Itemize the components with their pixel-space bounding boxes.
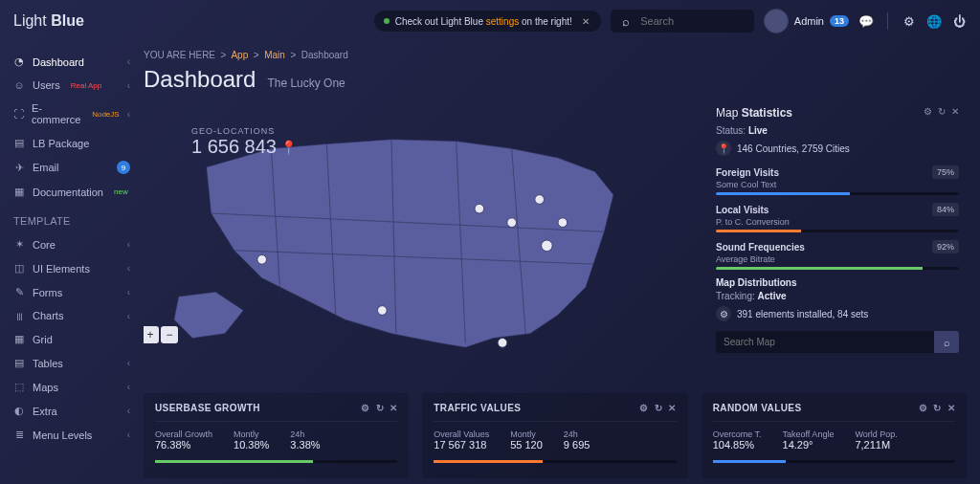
- sidebar-item-menu-levels[interactable]: ≣ Menu Levels ‹: [0, 423, 144, 447]
- sidebar-item-tables[interactable]: ▤ Tables ‹: [0, 351, 144, 375]
- locations-count: 146 Countries, 2759 Cities: [737, 143, 850, 154]
- nav-tag: Real App: [71, 81, 101, 90]
- sidebar-item-label: Menu Levels: [33, 429, 92, 441]
- nav-icon: ▤: [13, 357, 25, 369]
- close-icon[interactable]: ✕: [947, 403, 955, 413]
- nav-tag: NodeJS: [92, 110, 119, 119]
- sidebar-item-core[interactable]: ✶ Core ‹: [0, 232, 144, 256]
- stat-value: 3.38%: [290, 439, 320, 451]
- sidebar-section-template: TEMPLATE: [0, 204, 144, 232]
- refresh-icon[interactable]: ↻: [933, 403, 941, 413]
- svg-point-11: [535, 195, 545, 205]
- stat-value: 14.29°: [783, 439, 835, 451]
- sidebar-item-extra[interactable]: ◐ Extra ‹: [0, 399, 144, 423]
- sidebar-item-e-commerce[interactable]: ⛶ E-commerce NodeJS ‹: [0, 97, 144, 131]
- gear-icon[interactable]: ⚙: [361, 403, 369, 413]
- gear-icon[interactable]: ⚙: [924, 106, 932, 117]
- refresh-icon[interactable]: ↻: [938, 106, 946, 117]
- nav-icon: ◫: [13, 262, 25, 275]
- chevron-left-icon: ‹: [127, 109, 130, 120]
- zoom-out-button[interactable]: −: [161, 326, 178, 343]
- sidebar-item-label: Grid: [33, 334, 53, 345]
- promo-banner: Check out Light Blue settings on the rig…: [374, 11, 601, 32]
- nav-badge: 9: [117, 161, 130, 174]
- svg-point-9: [475, 204, 484, 213]
- gear-icon[interactable]: ⚙: [639, 403, 648, 413]
- nav-icon: ▤: [13, 137, 25, 149]
- notifications-badge: 13: [830, 15, 849, 27]
- svg-point-12: [558, 218, 568, 228]
- sidebar-item-charts[interactable]: ⫼ Charts ‹: [0, 304, 144, 327]
- sidebar-item-documentation[interactable]: ▦ Documentation new: [0, 180, 144, 204]
- sidebar-item-email[interactable]: ✈ Email 9: [0, 155, 144, 180]
- sidebar-item-label: E-commerce: [32, 102, 81, 125]
- zoom-in-button[interactable]: +: [144, 326, 159, 343]
- sidebar-item-lb-package[interactable]: ▤ LB Package: [0, 131, 144, 155]
- status-dot-icon: [384, 18, 390, 24]
- power-icon[interactable]: ⏻: [951, 13, 967, 29]
- stat-label: World Pop.: [855, 429, 897, 439]
- nav-icon: ≣: [13, 429, 25, 441]
- sidebar-item-dashboard[interactable]: ◔ Dashboard ‹: [0, 50, 144, 74]
- refresh-icon[interactable]: ↻: [376, 403, 384, 413]
- sidebar-item-label: LB Package: [33, 138, 89, 149]
- stat-value: 9 695: [564, 439, 590, 451]
- chevron-left-icon: ‹: [127, 311, 130, 321]
- svg-point-10: [507, 218, 517, 228]
- user-menu[interactable]: Admin 13: [764, 9, 849, 33]
- gear-icon[interactable]: ⚙: [919, 403, 927, 413]
- globe-icon[interactable]: 🌐: [926, 13, 942, 29]
- chevron-left-icon: ‹: [127, 429, 130, 440]
- search-input[interactable]: [640, 15, 745, 27]
- stat-label: Takeoff Angle: [783, 429, 835, 439]
- stat-label: Overall Values: [434, 429, 489, 439]
- widget-title: TRAFFIC VALUES: [434, 403, 521, 413]
- brand-bold: Blue: [51, 12, 84, 29]
- svg-point-8: [378, 306, 388, 316]
- stat-value: 76.38%: [155, 439, 212, 451]
- chat-icon[interactable]: 💬: [858, 13, 874, 29]
- promo-close-button[interactable]: ✕: [578, 13, 593, 29]
- refresh-icon[interactable]: ↻: [655, 403, 662, 413]
- stat-label: Overall Growth: [155, 429, 212, 439]
- global-search[interactable]: ⌕: [611, 10, 754, 33]
- usa-map[interactable]: GEO-LOCATIONS 1 656 843 📍: [144, 102, 695, 380]
- sidebar-item-users[interactable]: ☺ Users Real App ‹: [0, 74, 144, 97]
- sidebar-item-grid[interactable]: ▦ Grid: [0, 327, 144, 351]
- search-map-input[interactable]: [716, 331, 934, 353]
- breadcrumb: YOU ARE HERE > App > Main > Dashboard: [144, 50, 967, 60]
- svg-point-7: [257, 255, 267, 265]
- page-subtitle: The Lucky One: [267, 77, 345, 90]
- chevron-left-icon: ‹: [127, 358, 130, 368]
- gear-icon[interactable]: ⚙: [902, 13, 917, 29]
- sidebar-item-label: Documentation: [33, 187, 103, 198]
- svg-point-13: [542, 240, 553, 252]
- brand-logo[interactable]: Light Blue: [13, 12, 138, 30]
- sidebar-item-forms[interactable]: ✎ Forms ‹: [0, 280, 144, 304]
- brand-light: Light: [13, 12, 47, 29]
- stat-label: 24h: [564, 429, 590, 439]
- nav-icon: ✶: [13, 238, 25, 251]
- breadcrumb-main[interactable]: Main: [264, 50, 285, 60]
- nav-icon: ◐: [13, 405, 25, 417]
- chevron-left-icon: ‹: [127, 287, 130, 297]
- map-stats-card: Map Statistics ⚙ ↻ ✕ Status: Live 📍 146 …: [708, 102, 967, 380]
- sidebar-item-ui-elements[interactable]: ◫ UI Elements ‹: [0, 256, 144, 280]
- promo-settings-link[interactable]: settings: [486, 16, 519, 27]
- breadcrumb-app[interactable]: App: [231, 50, 248, 60]
- chevron-left-icon: ‹: [127, 56, 130, 67]
- close-icon[interactable]: ✕: [390, 403, 397, 413]
- close-icon[interactable]: ✕: [951, 106, 959, 117]
- sidebar-item-label: Email: [33, 162, 59, 173]
- sidebar-item-label: Forms: [33, 287, 62, 298]
- stat-label: 24h: [290, 429, 320, 439]
- close-icon[interactable]: ✕: [668, 403, 676, 413]
- nav-icon: ⫼: [13, 310, 25, 321]
- stat-label: Montly: [510, 429, 543, 439]
- widget-random-values: RANDOM VALUES ⚙ ↻ ✕ Overcome T.104.85%Ta…: [702, 393, 967, 478]
- page-title: Dashboard The Lucky One: [144, 66, 967, 93]
- elements-installed: 391 elements installed, 84 sets: [737, 309, 868, 319]
- nav-icon: ▦: [13, 333, 25, 345]
- sidebar-item-maps[interactable]: ⬚ Maps ‹: [0, 375, 144, 399]
- search-map-button[interactable]: ⌕: [934, 331, 959, 353]
